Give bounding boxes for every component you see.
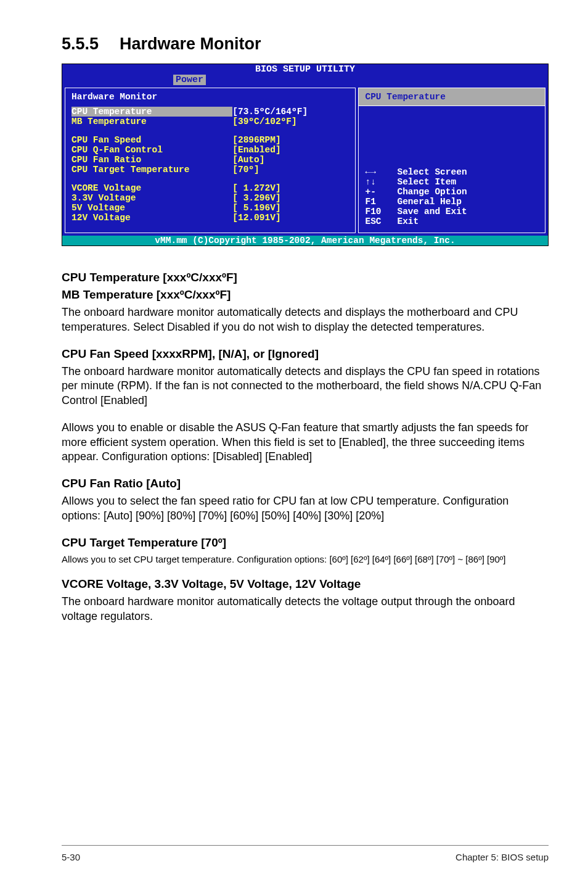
bios-setting-value: [70º] — [232, 165, 349, 175]
bios-setting-value: [2896RPM] — [232, 135, 349, 145]
doc-section: CPU Temperature [xxxºC/xxxºF]MB Temperat… — [62, 271, 549, 335]
body-paragraph: The onboard hardware monitor automatical… — [62, 595, 549, 624]
bios-setting-row: 12V Voltage[12.091V] — [71, 213, 349, 223]
bios-nav-key: +- — [365, 187, 397, 197]
bios-nav-key: F1 — [365, 197, 397, 207]
bios-setting-label: MB Temperature — [71, 117, 232, 126]
page-section-title: 5.5.5 Hardware Monitor — [62, 35, 549, 54]
bios-setting-row: MB Temperature[39ºC/102ºF] — [71, 117, 349, 126]
bios-nav-row: ESCExit — [365, 217, 539, 226]
bios-nav-key: F10 — [365, 207, 397, 217]
bios-setting-value: [ 5.196V] — [232, 203, 349, 213]
subheading: VCORE Voltage, 3.3V Voltage, 5V Voltage,… — [62, 577, 549, 591]
bios-tab-row: Power — [62, 75, 548, 85]
subheading: MB Temperature [xxxºC/xxxºF] — [62, 288, 549, 302]
bios-setting-label: CPU Fan Speed — [71, 135, 232, 145]
bios-setting-row: 3.3V Voltage[ 3.296V] — [71, 193, 349, 203]
bios-setting-row: CPU Fan Speed[2896RPM] — [71, 135, 349, 145]
body-paragraph: Allows you to set CPU target temperature… — [62, 553, 549, 566]
body-paragraph: The onboard hardware monitor automatical… — [62, 305, 549, 335]
bios-nav-key: ↑↓ — [365, 177, 397, 187]
section-text: Hardware Monitor — [120, 35, 261, 54]
bios-setting-label: 3.3V Voltage — [71, 193, 232, 203]
bios-nav-desc: Exit — [397, 217, 419, 226]
bios-setting-row: CPU Fan Ratio[Auto] — [71, 155, 349, 165]
bios-setting-label: CPU Fan Ratio — [71, 155, 232, 165]
bios-setting-row: CPU Target Temperature[70º] — [71, 165, 349, 175]
bios-nav-row: ←→Select Screen — [365, 167, 539, 177]
bios-setting-value: [39ºC/102ºF] — [232, 117, 349, 126]
bios-setting-row: VCORE Voltage[ 1.272V] — [71, 183, 349, 193]
section-number: 5.5.5 — [62, 35, 99, 54]
subheading: CPU Fan Speed [xxxxRPM], [N/A], or [Igno… — [62, 347, 549, 361]
bios-setting-value: [Enabled] — [232, 145, 349, 155]
bios-setting-label: VCORE Voltage — [71, 183, 232, 193]
bios-setting-row: 5V Voltage[ 5.196V] — [71, 203, 349, 213]
subheading: CPU Target Temperature [70º] — [62, 536, 549, 550]
bios-footer: vMM.mm (C)Copyright 1985-2002, American … — [62, 236, 548, 245]
bios-setting-value: [ 1.272V] — [232, 183, 349, 193]
chapter-label: Chapter 5: BIOS setup — [455, 852, 549, 862]
bios-help-panel: CPU Temperature ←→Select Screen↑↓Select … — [358, 88, 545, 233]
bios-help-title: CPU Temperature — [359, 88, 545, 106]
bios-setting-label: CPU Q-Fan Control — [71, 145, 232, 155]
bios-setting-label: CPU Temperature — [71, 107, 232, 117]
subheading: CPU Temperature [xxxºC/xxxºF] — [62, 271, 549, 284]
bios-title: BIOS SETUP UTILITY — [62, 64, 548, 75]
bios-setting-value: [ 3.296V] — [232, 193, 349, 203]
bios-nav-row: F1General Help — [365, 197, 539, 207]
bios-setting-row: CPU Q-Fan Control[Enabled] — [71, 145, 349, 155]
page-footer: 5-30 Chapter 5: BIOS setup — [62, 845, 549, 862]
bios-left-panel: Hardware Monitor CPU Temperature[73.5ºC/… — [65, 88, 356, 233]
bios-nav-row: F10Save and Exit — [365, 207, 539, 217]
bios-setting-value: [73.5ºC/164ºF] — [232, 107, 349, 117]
page-number: 5-30 — [62, 852, 80, 862]
bios-nav-desc: Change Option — [397, 187, 467, 197]
bios-left-title: Hardware Monitor — [71, 92, 349, 102]
body-paragraph: The onboard hardware monitor automatical… — [62, 365, 549, 408]
bios-nav-desc: General Help — [397, 197, 461, 207]
bios-tab-power: Power — [173, 75, 206, 85]
doc-section: CPU Target Temperature [70º]Allows you t… — [62, 536, 549, 566]
bios-setting-label: 5V Voltage — [71, 203, 232, 213]
bios-nav-desc: Save and Exit — [397, 207, 467, 217]
bios-screenshot: BIOS SETUP UTILITY Power Hardware Monito… — [62, 64, 549, 246]
bios-nav-desc: Select Item — [397, 177, 456, 187]
bios-nav-desc: Select Screen — [397, 167, 467, 177]
bios-nav-row: +-Change Option — [365, 187, 539, 197]
subheading: CPU Fan Ratio [Auto] — [62, 477, 549, 490]
bios-setting-value: [12.091V] — [232, 213, 349, 223]
body-paragraph: Allows you to select the fan speed ratio… — [62, 494, 549, 524]
bios-setting-row: CPU Temperature[73.5ºC/164ºF] — [71, 107, 349, 117]
bios-nav-row: ↑↓Select Item — [365, 177, 539, 187]
bios-nav-key: ESC — [365, 217, 397, 226]
body-paragraph: Allows you to enable or disable the ASUS… — [62, 421, 549, 464]
doc-section: CPU Fan Speed [xxxxRPM], [N/A], or [Igno… — [62, 347, 549, 465]
doc-section: CPU Fan Ratio [Auto]Allows you to select… — [62, 477, 549, 524]
doc-section: VCORE Voltage, 3.3V Voltage, 5V Voltage,… — [62, 577, 549, 624]
bios-nav-key: ←→ — [365, 167, 397, 177]
bios-setting-value: [Auto] — [232, 155, 349, 165]
bios-setting-label: CPU Target Temperature — [71, 165, 232, 175]
bios-setting-label: 12V Voltage — [71, 213, 232, 223]
